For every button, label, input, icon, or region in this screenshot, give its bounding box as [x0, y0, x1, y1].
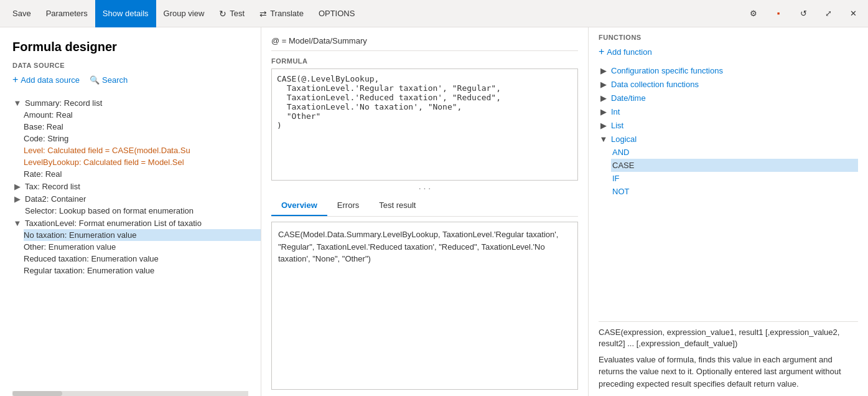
translate-button[interactable]: ⇄ Translate: [252, 0, 311, 27]
data-source-label: DATA SOURCE: [12, 62, 248, 69]
tree-item-taxationlevel[interactable]: ▼ TaxationLevel: Format enumeration List…: [12, 217, 261, 229]
func-signature: CASE(expression, expression_value1, resu…: [599, 327, 858, 349]
func-toggle-data-collection: ▶: [599, 79, 609, 89]
datasource-path: @ = Model/Data/Summary: [271, 34, 578, 51]
func-item-data-collection[interactable]: ▶ Data collection functions: [599, 77, 858, 91]
sidebar-scrollbar-thumb: [12, 391, 62, 396]
tree-toggle-taxationlevel[interactable]: ▼: [12, 218, 22, 228]
func-tree: ▶ Configuration specific functions ▶ Dat…: [599, 64, 858, 315]
office-icon-btn[interactable]: ▪: [768, 4, 788, 24]
tree-item-code[interactable]: Code: String: [24, 133, 261, 144]
center-panel: @ = Model/Data/Summary FORMULA CASE(@.Le…: [261, 27, 588, 396]
add-function-link[interactable]: + Add function: [599, 46, 858, 57]
show-details-button[interactable]: Show details: [95, 0, 156, 27]
sidebar-tree: ▼ Summary: Record list Amount: Real Base…: [0, 97, 261, 391]
tabs-bar: Overview Errors Test result: [271, 196, 578, 217]
func-desc-text: Evaluates value of formula, finds this v…: [599, 354, 858, 390]
close-icon-btn[interactable]: ✕: [843, 4, 863, 24]
tree-item-amount[interactable]: Amount: Real: [24, 109, 261, 121]
func-children-logical: AND CASE IF NOT: [599, 146, 858, 198]
func-label-logical: Logical: [611, 134, 637, 144]
tree-item-other[interactable]: Other: Enumeration value: [24, 241, 261, 253]
search-icon: 🔍: [90, 75, 100, 85]
tree-label-code: Code: String: [24, 134, 68, 143]
tree-toggle-summary[interactable]: ▼: [12, 98, 22, 108]
toolbar-right: ⚙ ▪ ↺ ⤢ ✕: [744, 4, 863, 24]
func-child-if[interactable]: IF: [611, 172, 858, 185]
tree-item-no-taxation[interactable]: No taxation: Enumeration value: [24, 229, 261, 241]
functions-label: FUNCTIONS: [599, 34, 858, 41]
tree-item-regular-taxation[interactable]: Regular taxation: Enumeration value: [24, 265, 261, 276]
func-item-int[interactable]: ▶ Int: [599, 105, 858, 118]
tree-item-data2[interactable]: ▶ Data2: Container: [12, 192, 261, 205]
tab-overview[interactable]: Overview: [271, 196, 327, 216]
close-icon: ✕: [850, 9, 857, 18]
expand-icon: ⤢: [825, 9, 832, 18]
refresh-icon-btn[interactable]: ↺: [793, 4, 813, 24]
sidebar: Formula designer DATA SOURCE + Add data …: [0, 27, 261, 396]
tree-item-base[interactable]: Base: Real: [24, 121, 261, 133]
formula-editor[interactable]: CASE(@.LevelByLookup, TaxationLevel.'Reg…: [271, 68, 578, 181]
sidebar-scrollbar[interactable]: [12, 391, 248, 396]
tree-label-reduced-taxation: Reduced taxation: Enumeration value: [24, 254, 159, 263]
formula-result: CASE(Model.Data.Summary.LevelByLookup, T…: [271, 222, 578, 390]
plus-icon-func: +: [599, 46, 604, 57]
sidebar-title: Formula designer: [12, 40, 248, 54]
tree-item-levelbylookup[interactable]: LevelByLookup: Calculated field = Model.…: [24, 156, 261, 168]
expand-icon-btn[interactable]: ⤢: [818, 4, 838, 24]
parameters-button[interactable]: Parameters: [39, 0, 95, 27]
func-child-and[interactable]: AND: [611, 146, 858, 159]
options-button[interactable]: OPTIONS: [311, 0, 363, 27]
tree-item-summary[interactable]: ▼ Summary: Record list: [12, 97, 261, 109]
tree-label-amount: Amount: Real: [24, 110, 73, 120]
tree-label-taxationlevel: TaxationLevel: Format enumeration List o…: [25, 219, 202, 228]
tree-item-reduced-taxation[interactable]: Reduced taxation: Enumeration value: [24, 253, 261, 265]
func-item-logical[interactable]: ▼ Logical: [599, 132, 858, 146]
tree-label-regular-taxation: Regular taxation: Enumeration value: [24, 266, 154, 275]
func-description: CASE(expression, expression_value1, resu…: [599, 321, 858, 390]
func-item-datetime[interactable]: ▶ Date/time: [599, 91, 858, 105]
right-panel: FUNCTIONS + Add function ▶ Configuration…: [588, 27, 868, 396]
formula-dots: · · ·: [271, 183, 578, 193]
func-toggle-int: ▶: [599, 106, 609, 116]
sidebar-actions: + Add data source 🔍 Search: [12, 74, 248, 85]
settings-icon-btn[interactable]: ⚙: [744, 4, 763, 24]
test-button[interactable]: ↻ Test: [212, 0, 252, 27]
refresh-icon: ↻: [219, 9, 226, 19]
search-link[interactable]: 🔍 Search: [90, 75, 128, 85]
tree-label-tax: Tax: Record list: [25, 182, 80, 191]
tree-item-tax[interactable]: ▶ Tax: Record list: [12, 180, 261, 192]
add-data-source-link[interactable]: + Add data source: [12, 74, 80, 85]
tab-errors[interactable]: Errors: [327, 196, 369, 216]
tree-toggle-tax[interactable]: ▶: [12, 181, 22, 191]
tree-label-base: Base: Real: [24, 122, 63, 131]
group-view-button[interactable]: Group view: [156, 0, 212, 27]
tree-children-taxationlevel: No taxation: Enumeration value Other: En…: [12, 229, 261, 276]
func-child-case[interactable]: CASE: [611, 159, 858, 172]
save-button[interactable]: Save: [5, 0, 39, 27]
tree-toggle-data2[interactable]: ▶: [12, 194, 22, 204]
tree-item-rate[interactable]: Rate: Real: [24, 168, 261, 180]
tree-label-data2: Data2: Container: [25, 194, 86, 204]
func-toggle-logical: ▼: [599, 134, 609, 144]
func-item-list[interactable]: ▶ List: [599, 118, 858, 132]
func-toggle-datetime: ▶: [599, 93, 609, 103]
func-child-not[interactable]: NOT: [611, 185, 858, 198]
tree-item-level[interactable]: Level: Calculated field = CASE(model.Dat…: [24, 144, 261, 156]
tree-label-summary: Summary: Record list: [25, 98, 102, 108]
tree-item-selector[interactable]: Selector: Lookup based on format enumera…: [12, 205, 261, 217]
sidebar-header: Formula designer DATA SOURCE + Add data …: [0, 27, 261, 97]
func-toggle-list: ▶: [599, 120, 609, 130]
func-label-list: List: [611, 121, 623, 130]
tree-label-level: Level: Calculated field = CASE(model.Dat…: [24, 146, 190, 155]
tab-test-result[interactable]: Test result: [369, 196, 426, 216]
func-label-config: Configuration specific functions: [611, 66, 723, 75]
func-label-int: Int: [611, 107, 620, 116]
tree-children-summary: Amount: Real Base: Real Code: String Lev…: [12, 109, 261, 180]
toolbar: Save Parameters Show details Group view …: [0, 0, 868, 27]
tree-label-other: Other: Enumeration value: [24, 242, 116, 252]
func-toggle-config: ▶: [599, 65, 609, 75]
office-icon: ▪: [777, 9, 780, 18]
plus-icon: +: [12, 74, 18, 85]
func-item-config[interactable]: ▶ Configuration specific functions: [599, 64, 858, 77]
